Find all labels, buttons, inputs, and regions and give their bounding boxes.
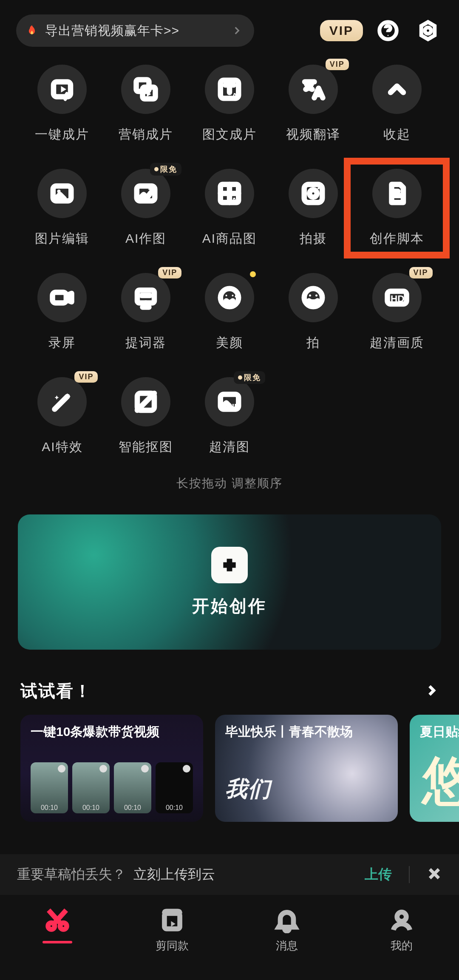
- help-button[interactable]: [373, 16, 403, 45]
- copy-play-icon-bubble[interactable]: [121, 65, 170, 114]
- tool-smart-cutout[interactable]: 智能抠图: [104, 377, 188, 456]
- chevron-up-icon-bubble[interactable]: [372, 65, 422, 114]
- promo-text: 导出营销视频赢年卡>>: [45, 22, 231, 40]
- help-icon: [377, 19, 400, 42]
- tool-label: 收起: [383, 126, 411, 143]
- grid-ai-icon: [217, 181, 242, 206]
- image-spark-icon-bubble[interactable]: 限免: [121, 169, 170, 218]
- start-create-label: 开始创作: [192, 594, 267, 618]
- nav-label: 消息: [276, 938, 298, 953]
- translate-icon-bubble[interactable]: VIP: [289, 65, 338, 114]
- bell-icon: [274, 907, 300, 933]
- nav-messages[interactable]: 消息: [244, 907, 329, 953]
- tool-ai-draw[interactable]: 限免AI作图: [104, 169, 188, 247]
- hd-icon-bubble[interactable]: VIP: [372, 273, 422, 322]
- template-icon: [159, 907, 185, 933]
- nav-profile[interactable]: 我的: [359, 907, 444, 953]
- t-ai-icon-bubble[interactable]: [205, 65, 254, 114]
- tool-screen-record[interactable]: 录屏: [20, 273, 104, 352]
- try-card-summer[interactable]: 夏日贴纸 悠: [410, 715, 459, 822]
- draft-answer: 立刻上传到云: [133, 865, 215, 884]
- draft-banner: 重要草稿怕丢失？ 立刻上传到云 上传: [0, 854, 459, 895]
- play-bolt-icon-bubble[interactable]: [37, 65, 87, 114]
- doc-icon: [384, 181, 410, 206]
- tool-label: 图文成片: [202, 126, 257, 143]
- face-icon: [217, 285, 242, 310]
- image-edit-icon-bubble[interactable]: [37, 169, 87, 218]
- try-card-promo-10[interactable]: 一键10条爆款带货视频 00:10 00:10 00:10 00:10: [20, 715, 203, 822]
- flame-icon: [25, 23, 39, 38]
- tool-hd-image[interactable]: 限免超清图: [188, 377, 272, 456]
- chevron-right-icon: [424, 683, 439, 698]
- tool-snap[interactable]: 拍: [271, 273, 355, 352]
- tool-image-edit[interactable]: 图片编辑: [20, 169, 104, 247]
- card-caption: 夏日贴纸: [420, 723, 459, 741]
- svg-point-7: [397, 912, 406, 921]
- monitor-icon: [133, 285, 159, 310]
- upload-button[interactable]: 上传: [365, 865, 392, 884]
- close-icon: [427, 866, 442, 881]
- try-card-graduation[interactable]: 毕业快乐丨青春不散场 我们: [215, 715, 398, 822]
- card-watermark: 我们: [225, 774, 271, 804]
- monitor-icon-bubble[interactable]: VIP: [121, 273, 170, 322]
- svg-point-4: [48, 923, 55, 929]
- tool-label: 超清画质: [370, 334, 424, 352]
- svg-rect-6: [164, 914, 180, 929]
- tool-shoot[interactable]: 拍摄: [271, 169, 355, 247]
- tool-hd-quality[interactable]: VIP超清画质: [355, 273, 439, 352]
- settings-button[interactable]: [413, 16, 443, 45]
- tool-collapse[interactable]: 收起: [355, 65, 439, 143]
- tool-ai-fx[interactable]: VIPAI特效: [20, 377, 104, 456]
- tool-one-click-video[interactable]: 一键成片: [20, 65, 104, 143]
- camera-icon-bubble[interactable]: [289, 169, 338, 218]
- nav-same-style[interactable]: 剪同款: [130, 907, 215, 953]
- nav-edit[interactable]: [15, 907, 100, 943]
- tool-teleprompter[interactable]: VIP提词器: [104, 273, 188, 352]
- svg-point-5: [60, 923, 67, 929]
- wand-icon-bubble[interactable]: VIP: [37, 377, 87, 426]
- image-edit-icon: [49, 181, 75, 206]
- hd-icon: [384, 285, 410, 310]
- start-create-card[interactable]: 开始创作: [18, 514, 441, 650]
- tool-ai-product[interactable]: AI商品图: [188, 169, 272, 247]
- copy-play-icon: [133, 77, 159, 102]
- doc-icon-bubble[interactable]: [372, 169, 422, 218]
- separator: [409, 866, 410, 883]
- tool-label: AI作图: [125, 230, 166, 247]
- smiley-icon-bubble[interactable]: [289, 273, 338, 322]
- chevron-up-icon: [384, 77, 410, 102]
- image-hd-icon-bubble[interactable]: 限免: [205, 377, 254, 426]
- card-caption: 毕业快乐丨青春不散场: [225, 723, 388, 741]
- gear-icon: [416, 19, 439, 42]
- video-cam-icon-bubble[interactable]: [37, 273, 87, 322]
- promo-pill[interactable]: 导出营销视频赢年卡>>: [16, 14, 254, 47]
- tool-label: 提词器: [125, 334, 166, 352]
- plus-button[interactable]: [211, 547, 248, 583]
- tool-video-translate[interactable]: VIP视频翻译: [271, 65, 355, 143]
- tool-label: 一键成片: [35, 126, 89, 143]
- tool-beauty[interactable]: 美颜: [188, 273, 272, 352]
- tool-label: 超清图: [209, 438, 250, 456]
- tool-label: 视频翻译: [286, 126, 340, 143]
- tool-label: 图片编辑: [35, 230, 89, 247]
- vip-badge[interactable]: VIP: [320, 20, 363, 41]
- try-more-button[interactable]: [424, 683, 439, 699]
- tool-label: AI特效: [42, 438, 82, 456]
- banner-close-button[interactable]: [427, 866, 442, 883]
- tool-label: 美颜: [216, 334, 243, 352]
- tool-text-to-video[interactable]: 图文成片: [188, 65, 272, 143]
- image-spark-icon: [133, 181, 159, 206]
- triangle-icon-bubble[interactable]: [121, 377, 170, 426]
- user-icon: [388, 907, 415, 933]
- face-icon-bubble[interactable]: [205, 273, 254, 322]
- tool-script[interactable]: 创作脚本: [355, 169, 439, 247]
- chevron-right-icon: [231, 25, 242, 36]
- translate-icon: [300, 77, 326, 102]
- wand-icon: [49, 389, 75, 415]
- draft-question: 重要草稿怕丢失？: [17, 865, 126, 884]
- tool-label: 录屏: [48, 334, 76, 352]
- tool-marketing-video[interactable]: 营销成片: [104, 65, 188, 143]
- grid-ai-icon-bubble[interactable]: [205, 169, 254, 218]
- camera-icon: [300, 181, 326, 206]
- nav-label: 剪同款: [156, 938, 189, 953]
